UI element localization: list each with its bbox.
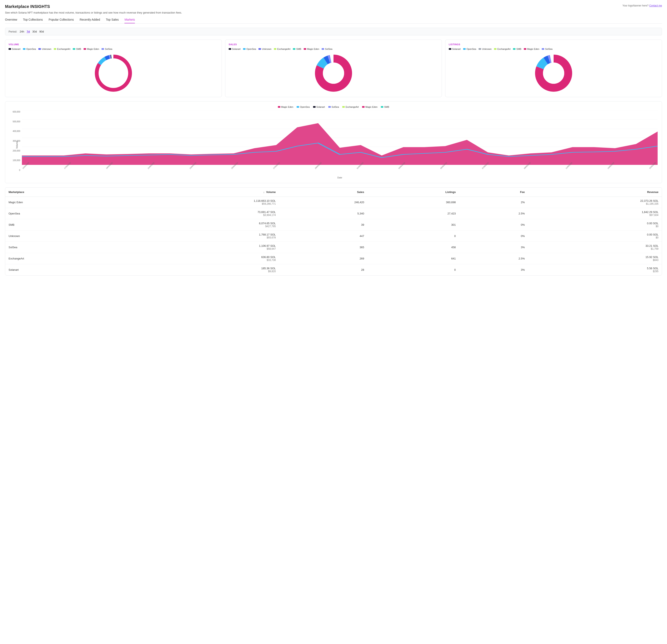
legend-magic-eden: Magic Eden (84, 48, 99, 50)
legend-exchangeart-s: ExchangeArt (274, 48, 290, 50)
line-chart-legend: Magic Eden OpenSea Solanart SolSea Excha… (10, 106, 657, 108)
nav-recently-added[interactable]: Recently Added (80, 18, 100, 23)
period-label: Period: (9, 30, 17, 33)
legend-solanart: Solanart (9, 48, 20, 50)
cell-fee: 3% (459, 242, 528, 253)
legend-solsea: SolSea (101, 48, 112, 50)
cell-revenue: 15.92 SOL $843 (528, 253, 662, 264)
sales-legend: Solanart OpenSea Unknown ExchangeArt SMB… (229, 48, 438, 50)
legend-solsea-l: SolSea (542, 48, 552, 50)
listings-chart-card: LISTINGS Solanart OpenSea Unknown Exchan… (445, 39, 662, 97)
cell-revenue: 0.00 SOL $0 (528, 231, 662, 242)
subtitle: See which Solana NFT marketplace has the… (5, 11, 662, 14)
cell-listings: 301 (368, 219, 459, 231)
listings-donut (449, 53, 658, 94)
cell-fee: 2.5% (459, 208, 528, 219)
legend-unknown-l: Unknown (478, 48, 491, 50)
listings-chart-title: LISTINGS (449, 43, 658, 46)
cell-volume: 8,074.65 SOL $427,795 (125, 219, 279, 231)
cell-revenue: 33.21 SOL $1,759 (528, 242, 662, 253)
cell-volume: 1,106.97 SOL $58,647 (125, 242, 279, 253)
cell-listings: 641 (368, 253, 459, 264)
chart-plot: Volume 15/04/2022 17/04/2022 19/04/2 (22, 111, 657, 179)
legend-opensea: OpenSea (23, 48, 36, 50)
table-row: OpenSea 73,691.47 SOL $3,904,174 5,340 2… (5, 208, 662, 219)
sales-chart-title: SALES (229, 43, 438, 46)
table-row: SMB 8,074.65 SOL $427,795 39 301 0% 0.00… (5, 219, 662, 231)
cell-marketplace: ExchangeArt (5, 253, 125, 264)
table-row: Magic Eden 1,118,663.10 SOL $59,266,771 … (5, 197, 662, 208)
legend-solanart-s: Solanart (229, 48, 241, 50)
cell-listings: 0 (368, 231, 459, 242)
cell-fee: 2.5% (459, 253, 528, 264)
cell-revenue: 5.56 SOL $295 (528, 264, 662, 276)
legend-smb-s: SMB (293, 48, 301, 50)
table-row: SolSea 1,106.97 SOL $58,647 365 458 3% 3… (5, 242, 662, 253)
nav-overview[interactable]: Overview (5, 18, 17, 23)
line-chart-svg (22, 111, 657, 165)
cell-sales: 246,420 (279, 197, 368, 208)
site-title: Marketplace INSIGHTS (5, 4, 50, 9)
nav-top-collections[interactable]: Top Collections (23, 18, 43, 23)
cell-revenue: 22,373.26 SOL $1,185,335 (528, 197, 662, 208)
col-volume[interactable]: ↓ Volume (125, 187, 279, 197)
line-chart-area: 600,000 500,000 400,000 300,000 200,000 … (10, 111, 657, 179)
period-30d[interactable]: 30d (32, 30, 37, 33)
col-revenue: Revenue (528, 187, 662, 197)
col-listings: Listings (368, 187, 459, 197)
x-axis-label: Date (22, 176, 657, 179)
legend-unknown-s: Unknown (259, 48, 271, 50)
cell-volume: 185.36 SOL $9,820 (125, 264, 279, 276)
cell-marketplace: Solanart (5, 264, 125, 276)
volume-legend: Solanart OpenSea Unknown ExchangeArt SMB… (9, 48, 218, 50)
sales-chart-card: SALES Solanart OpenSea Unknown ExchangeA… (225, 39, 442, 97)
contact-banner: Your logo/banner here? Contact me (622, 4, 662, 7)
cell-listings: 27,423 (368, 208, 459, 219)
col-fee: Fee (459, 187, 528, 197)
cell-listings: 360,698 (368, 197, 459, 208)
volume-chart-card: VOLUME Solanart OpenSea Unknown Exchange… (5, 39, 222, 97)
nav-popular-collections[interactable]: Popular Collections (49, 18, 74, 23)
cell-sales: 28 (279, 264, 368, 276)
period-7d[interactable]: 7d (27, 30, 30, 33)
volume-chart-title: VOLUME (9, 43, 218, 46)
sort-arrow-icon: ↓ (263, 191, 265, 194)
cell-sales: 39 (279, 219, 368, 231)
main-nav: Overview Top Collections Popular Collect… (5, 18, 662, 23)
table-row: ExchangeArt 636.80 SOL $33,738 269 641 2… (5, 253, 662, 264)
cell-listings: 0 (368, 264, 459, 276)
cell-fee: 3% (459, 264, 528, 276)
svg-point-6 (103, 63, 124, 84)
svg-point-16 (543, 63, 564, 84)
charts-row: VOLUME Solanart OpenSea Unknown Exchange… (5, 39, 662, 97)
legend-exchangeart-l: ExchangeArt (494, 48, 510, 50)
col-marketplace: Marketplace (5, 187, 125, 197)
cell-marketplace: SMB (5, 219, 125, 231)
legend-unknown: Unknown (38, 48, 51, 50)
marketplace-table: Marketplace ↓ Volume Sales Listings Fee … (5, 187, 662, 276)
cell-fee: 0% (459, 231, 528, 242)
line-chart-card: Magic Eden OpenSea Solanart SolSea Excha… (5, 101, 662, 183)
legend-smb-l: SMB (513, 48, 521, 50)
y-axis: 600,000 500,000 400,000 300,000 200,000 … (10, 111, 20, 179)
legend-opensea-s: OpenSea (243, 48, 256, 50)
cell-sales: 5,340 (279, 208, 368, 219)
x-axis-labels: 15/04/2022 17/04/2022 19/04/2022 21/04/2… (22, 166, 657, 170)
legend-smb: SMB (73, 48, 81, 50)
cell-revenue: 0.00 SOL $0 (528, 219, 662, 231)
contact-link[interactable]: Contact me (649, 4, 662, 7)
cell-sales: 447 (279, 231, 368, 242)
legend-solanart-l: Solanart (449, 48, 461, 50)
cell-sales: 365 (279, 242, 368, 253)
cell-fee: 0% (459, 219, 528, 231)
legend-magic-eden-l: Magic Eden (524, 48, 539, 50)
legend-exchangeart: ExchangeArt (54, 48, 70, 50)
sales-donut (229, 53, 438, 94)
period-24h[interactable]: 24h (20, 30, 24, 33)
cell-marketplace: Magic Eden (5, 197, 125, 208)
period-90d[interactable]: 90d (39, 30, 44, 33)
nav-top-sales[interactable]: Top Sales (106, 18, 119, 23)
nav-markets[interactable]: Markets (125, 18, 135, 23)
listings-legend: Solanart OpenSea Unknown ExchangeArt SMB… (449, 48, 658, 50)
cell-marketplace: OpenSea (5, 208, 125, 219)
